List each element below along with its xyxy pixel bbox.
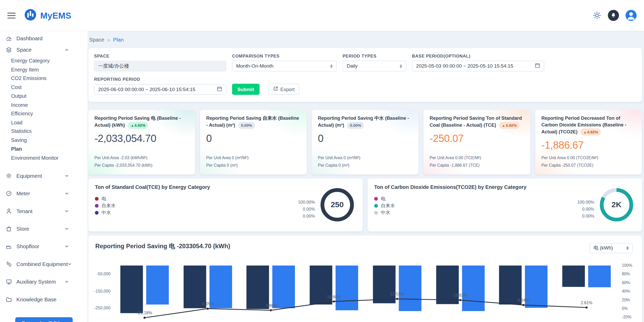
donut-center-value: 250: [320, 188, 355, 222]
legend-item: 中水: [374, 209, 635, 216]
sidebar-item-load[interactable]: Load: [0, 118, 88, 127]
base-period-input[interactable]: [416, 63, 531, 69]
sidebar-item-energy-item[interactable]: Energy Item: [0, 66, 88, 74]
comparison-types-label: COMPARISON TYPES: [232, 53, 337, 58]
sidebar-item-label: Knowledge Base: [17, 296, 57, 302]
donut-card-title: Ton of Standard Coal(TCE) by Energy Cate…: [95, 184, 356, 190]
legend-dot-icon: [95, 204, 98, 208]
stat-value: -1,886.67: [541, 139, 636, 151]
sidebar-item-income[interactable]: Income: [0, 101, 88, 109]
tco2e-by-category-card: Ton of Carbon Dioxide Emissions(TCO2E) b…: [368, 179, 642, 231]
submit-button[interactable]: Submit: [232, 84, 260, 95]
sidebar-item-equipment[interactable]: Equipment: [0, 167, 88, 184]
sidebar-item-label: Auxiliary System: [17, 279, 56, 285]
space-submenu: Energy Category Energy Item CO2 Emission…: [0, 55, 88, 167]
saving-trend-chart: -50,000-150,000-250,000100%80%60%40%20%0…: [88, 236, 642, 322]
breadcrumb-plan-current[interactable]: Plan: [113, 37, 124, 43]
sidebar-item-combined-equipment[interactable]: Combined Equipment: [0, 255, 88, 273]
status-badge: ▲4.92%: [128, 122, 148, 129]
calendar-icon[interactable]: [217, 86, 222, 93]
legend-dot-icon: [374, 211, 378, 215]
period-types-select[interactable]: Daily: [343, 61, 406, 71]
sidebar-item-energy-category[interactable]: Energy Category: [0, 57, 88, 66]
sidebar-item-label: Combined Equipment: [17, 261, 68, 267]
legend: 电 自来水 中水: [374, 195, 635, 216]
brand-name: MyEMS: [40, 11, 71, 20]
donut-center-value: 2K: [599, 188, 634, 222]
select-caret-icon: [330, 64, 333, 68]
legend-dot-icon: [374, 204, 378, 208]
per-unit-area: Per Unit Area 0 (m³/M²): [318, 154, 412, 162]
comparison-types-select[interactable]: Month-On-Month: [232, 61, 337, 71]
sidebar-item-label: Shopfloor: [17, 243, 40, 249]
sidebar-item-label: Meter: [17, 190, 30, 197]
sidebar-item-meter[interactable]: Meter: [0, 185, 88, 202]
per-capita: Per Capita -250.07 (TCO2E): [541, 162, 636, 169]
sidebar-item-cost[interactable]: Cost: [0, 83, 88, 92]
sidebar-item-co2-emissions[interactable]: CO2 Emissions: [0, 74, 88, 83]
chevron-down-icon: [65, 192, 68, 195]
y-axis-tick: -150,000: [92, 289, 111, 293]
sidebar-item-plan[interactable]: Plan: [0, 145, 88, 154]
tce-donut-chart: 250: [320, 188, 355, 222]
saving-rate-label: -21.18%: [128, 311, 161, 315]
saving-trend-card: Reporting Period Saving 电 -2033054.70 (k…: [88, 236, 642, 322]
saving-rate-label: -0.05%: [191, 302, 224, 306]
legend-item: 自来水: [95, 202, 356, 209]
export-button[interactable]: Export: [268, 84, 300, 95]
space-label: SPACE: [94, 53, 226, 58]
arrow-up-icon: ▲: [583, 130, 587, 134]
chevron-down-icon: [65, 209, 68, 213]
sidebar-item-statistics[interactable]: Statistics: [0, 127, 88, 136]
sidebar: Dashboard Space Energy Category Energy I…: [0, 31, 88, 322]
notifications-bell-icon[interactable]: [608, 10, 619, 21]
knowledge-base-folder-icon: [5, 296, 13, 302]
enterprise-edition-button[interactable]: Enterprise Edition: [15, 317, 73, 322]
percent-axis-tick: 40%: [622, 289, 630, 293]
bar-baseline-dark-navy: [562, 265, 585, 287]
sidebar-item-saving[interactable]: Saving: [0, 136, 88, 145]
sidebar-item-shopfloor[interactable]: Shopfloor: [0, 238, 88, 255]
breadcrumb-space-link[interactable]: Space: [89, 37, 104, 43]
calendar-icon[interactable]: [535, 63, 540, 69]
sidebar-item-efficiency[interactable]: Efficiency: [0, 110, 88, 118]
comparison-types-value: Month-On-Month: [236, 63, 327, 69]
settings-gear-icon[interactable]: [593, 11, 601, 20]
legend-dot-icon: [374, 197, 378, 200]
status-badge: ▲4.92%: [580, 128, 601, 135]
sidebar-item-auxiliary-system[interactable]: Auxiliary System: [0, 273, 88, 291]
sidebar-item-store[interactable]: Store: [0, 220, 88, 238]
sidebar-item-dashboard[interactable]: Dashboard: [0, 33, 88, 44]
reporting-period-input[interactable]: [98, 87, 214, 92]
sidebar-item-label: Dashboard: [17, 35, 43, 41]
bar-baseline-dark-navy: [373, 265, 395, 303]
brand-logo[interactable]: MyEMS: [24, 9, 71, 22]
space-input[interactable]: [98, 63, 222, 69]
y-axis-tick: -250,000: [92, 306, 111, 310]
breadcrumb: Space»Plan: [89, 37, 642, 43]
per-unit-area: Per Unit Area -2.03 (kWh/M²): [95, 154, 189, 162]
per-unit-area: Per Unit Area 0.00 (TCE/M²): [430, 154, 524, 162]
base-period-label: BASE PERIOD(OPTIONAL): [412, 53, 544, 58]
stat-value: 0: [206, 133, 301, 144]
sidebar-item-knowledge-base[interactable]: Knowledge Base: [0, 291, 88, 308]
saving-rate-label: 8.34%: [507, 298, 540, 302]
sidebar-item-space[interactable]: Space: [0, 44, 88, 55]
y-axis-tick: -50,000: [92, 272, 111, 276]
reporting-period-field[interactable]: [94, 84, 226, 95]
sidebar-item-output[interactable]: Output: [0, 92, 88, 101]
auxiliary-system-monitor-icon: [5, 279, 13, 285]
menu-toggle-icon[interactable]: [7, 13, 16, 18]
space-field[interactable]: [94, 61, 226, 71]
sidebar-item-environment-monitor[interactable]: Environment Monitor: [0, 154, 88, 163]
breadcrumb-separator: »: [107, 37, 110, 43]
donut-card-row: Ton of Standard Coal(TCE) by Energy Cate…: [88, 179, 642, 231]
stat-card-row: Reporting Period Saving 电 (Baseline - Ac…: [88, 110, 642, 174]
base-period-field[interactable]: [412, 61, 544, 71]
user-avatar-icon[interactable]: [625, 10, 637, 21]
status-badge: 0.00%: [238, 122, 255, 129]
sidebar-item-tenant[interactable]: Tenant: [0, 202, 88, 220]
bar-actual-blue: [462, 265, 484, 311]
sidebar-item-label: Tenant: [17, 208, 33, 214]
bar-actual-blue: [272, 265, 295, 308]
